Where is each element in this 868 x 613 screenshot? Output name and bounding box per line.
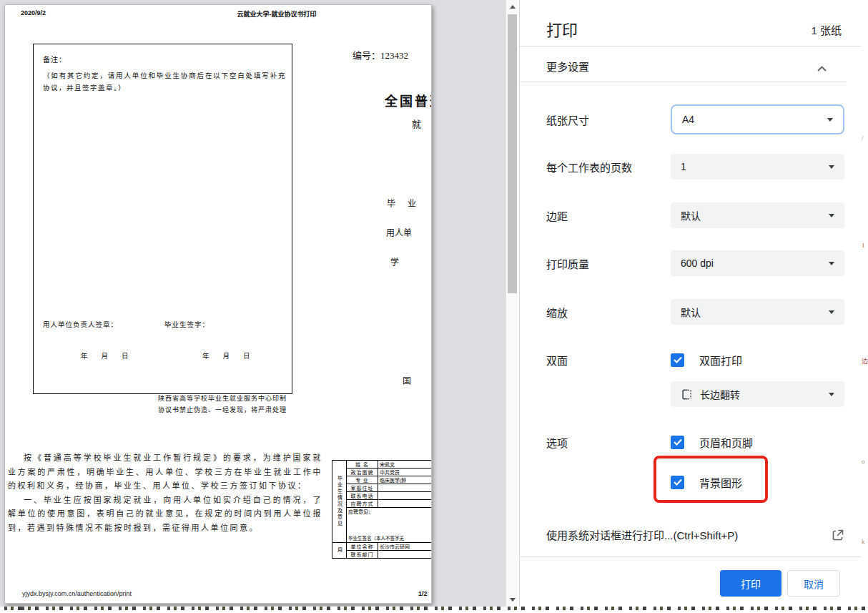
dropdown-caret-icon <box>829 262 834 265</box>
dropdown-caret-icon <box>829 310 834 314</box>
clipped-glyph: 边 <box>862 356 868 366</box>
system-print-dialog-link[interactable]: 使用系统对话框进行打印...(Ctrl+Shift+P) <box>546 527 844 542</box>
clipped-glyph: o <box>862 458 865 465</box>
print-header-title: 云就业大学-就业协议书打印 <box>184 9 370 19</box>
table-cell <box>378 551 433 559</box>
more-settings-label: 更多设置 <box>546 59 589 74</box>
background-page-edge: / 1 边 o k <box>862 0 868 607</box>
print-quality-value: 600 dpi <box>681 258 829 269</box>
preview-page: 2020/9/2 云就业大学-就业协议书打印 备注： （如有其它约定，请用人单位… <box>4 4 432 604</box>
margins-label: 边距 <box>546 208 671 223</box>
pages-per-sheet-value: 1 <box>681 161 829 172</box>
margins-select[interactable]: 默认 <box>671 202 844 228</box>
table-cell: 宋凯文 <box>378 461 433 469</box>
dialog-button-bar: 打印 取消 <box>520 556 862 607</box>
employer-date-line: 年 月 日 <box>81 350 129 361</box>
scroll-up-button[interactable] <box>506 1 518 13</box>
pages-per-sheet-select[interactable]: 1 <box>671 154 844 180</box>
agreement-paragraph-2: 一、毕业生应按国家规定就业，向用人单位如实介绍自己的情况，了解单位的使用意图，表… <box>8 494 322 536</box>
doc-number: 编号：123432 <box>352 48 408 62</box>
table-cell <box>378 500 433 508</box>
dialog-header: 打印 1 张纸 <box>520 0 862 46</box>
arrow-up-icon <box>510 5 516 9</box>
table-cell: 联系电话 <box>347 492 378 500</box>
dropdown-caret-icon <box>827 118 833 122</box>
headers-footers-checkbox-label[interactable]: 页眉和页脚 <box>699 435 753 450</box>
employer-sign-label: 用人单位负责人签章： <box>43 319 118 329</box>
clipped-glyph: 1 <box>862 242 865 249</box>
print-preview-pane: 2020/9/2 云就业大学-就业协议书打印 备注： （如有其它约定，请用人单位… <box>0 0 505 607</box>
cancel-button[interactable]: 取消 <box>787 570 840 597</box>
preview-scrollbar[interactable] <box>505 0 518 607</box>
system-print-dialog-label: 使用系统对话框进行打印...(Ctrl+Shift+P) <box>546 527 832 542</box>
background-graphics-checkbox[interactable] <box>671 476 684 489</box>
table-cell: 应聘方式 <box>347 500 378 508</box>
dropdown-caret-icon <box>829 214 834 217</box>
print-quality-select[interactable]: 600 dpi <box>671 250 844 276</box>
print-quality-label: 打印质量 <box>546 256 671 271</box>
table-cell: 单位名称 <box>347 543 378 551</box>
headers-footers-checkbox[interactable] <box>671 436 684 449</box>
screen: 2020/9/2 云就业大学-就业协议书打印 备注： （如有其它约定，请用人单位… <box>0 0 868 613</box>
table-cell: 临床医学(肿 <box>378 476 433 484</box>
setting-row-pages-per-sheet: 每个工作表的页数 1 <box>546 154 844 180</box>
clipped-glyph: k <box>862 538 865 545</box>
table-cell <box>378 492 433 500</box>
duplex-mode-value: 长边翻转 <box>700 387 740 401</box>
preview-scrollbar-thumb[interactable] <box>508 14 517 293</box>
issuer-line-2: 协议书禁止伪造、一经发现，将严肃处理 <box>158 405 287 414</box>
table-cell: 中共党员 <box>378 469 433 476</box>
scale-label: 缩放 <box>546 305 671 320</box>
options-label: 选项 <box>546 435 671 450</box>
setting-row-print-quality: 打印质量 600 dpi <box>546 250 844 276</box>
paper-size-select[interactable]: A4 <box>671 104 844 134</box>
opinion-cell: 应聘意见： 毕业生签名（本人不签字无 <box>347 508 433 543</box>
print-button[interactable]: 打印 <box>720 570 781 597</box>
table-cell: 姓 名 <box>347 461 378 469</box>
arrow-down-icon <box>510 598 516 602</box>
table-cell <box>378 484 433 492</box>
long-edge-flip-icon <box>681 388 693 401</box>
setting-row-duplex: 双面 双面打印 <box>546 351 844 368</box>
clipped-glyph: / <box>862 134 864 142</box>
more-settings-toggle[interactable]: 更多设置 <box>520 47 847 82</box>
dropdown-caret-icon <box>829 165 834 169</box>
remark-label: 备注： <box>43 54 66 64</box>
remark-box: 备注： （如有其它约定，请用人单位和毕业生协商后在以下空白处填写补充协议，并且签… <box>33 44 292 394</box>
table-cell: 专 业 <box>347 476 378 484</box>
graduate-date-line: 年 月 日 <box>202 350 250 361</box>
chevron-up-icon[interactable] <box>817 62 827 74</box>
print-header-date: 2020/9/2 <box>21 9 46 16</box>
setting-row-scale: 缩放 默认 <box>546 299 844 325</box>
paper-size-label: 纸张尺寸 <box>546 112 671 127</box>
setting-row-options: 选项 页眉和页脚 <box>546 433 844 451</box>
cut-text-fragment: 用人单 <box>386 226 412 239</box>
scroll-down-button[interactable] <box>506 594 518 606</box>
agreement-paragraph-1: 按《普通高等学校毕业生就业工作暂行规定》的要求，为维护国家就业方案的严肃性，明确… <box>8 451 322 494</box>
graduate-sign-label: 毕业生签字： <box>164 319 209 329</box>
duplex-checkbox[interactable] <box>671 353 684 367</box>
duplex-mode-select[interactable]: 长边翻转 <box>671 381 844 407</box>
print-footer-url: yjydx.bysjy.com.cn/authentication/print <box>22 590 132 597</box>
scale-value: 默认 <box>681 305 829 319</box>
duplex-checkbox-label[interactable]: 双面打印 <box>699 353 742 368</box>
table-cell: 联系部门 <box>347 551 378 559</box>
paper-size-value: A4 <box>682 114 827 125</box>
scale-select[interactable]: 默认 <box>671 299 844 325</box>
pages-per-sheet-label: 每个工作表的页数 <box>546 160 671 175</box>
cut-text-fragment: 毕 业 <box>387 197 421 210</box>
setting-row-paper-size: 纸张尺寸 A4 <box>546 104 844 134</box>
sheet-count: 1 张纸 <box>811 22 842 37</box>
doc-main-title-cut: 全国普通 <box>385 91 432 109</box>
table-side-header: 毕业生情况及意见 <box>332 461 347 543</box>
table-cell: 政治面貌 <box>347 469 378 476</box>
sign-note: 毕业生签名（本人不签字无 <box>348 534 404 541</box>
remark-text: （如有其它约定，请用人单位和毕业生协商后在以下空白处填写补充协议，并且签字盖章。… <box>43 70 286 94</box>
background-graphics-checkbox-label[interactable]: 背景图形 <box>699 475 742 490</box>
margins-value: 默认 <box>681 208 829 222</box>
print-footer-page-number: 1/2 <box>418 590 428 597</box>
setting-row-background-graphics: 背景图形 <box>546 474 844 491</box>
table-cell: 长沙市云研网 <box>378 543 433 551</box>
dropdown-caret-icon <box>829 393 834 396</box>
dialog-title: 打印 <box>546 17 578 40</box>
